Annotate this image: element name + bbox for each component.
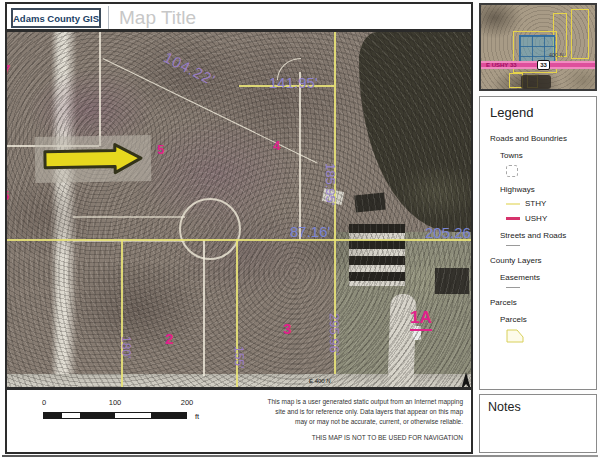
building	[354, 192, 386, 212]
building	[435, 268, 469, 294]
north-south-road	[51, 32, 77, 378]
scale-tick-0: 0	[42, 398, 46, 407]
measurement-label: 104.22'	[161, 48, 218, 88]
overview-locator-map: E USHY 33 33 400 N	[479, 3, 597, 91]
measurement-label: 87.16'	[290, 223, 330, 240]
parcel-number-1a: 1A	[410, 308, 432, 331]
arrow-icon	[39, 140, 148, 178]
scale-tick-100: 100	[109, 398, 122, 407]
parcel-number: 5	[7, 188, 9, 203]
legend-item-highways: Highways	[500, 185, 596, 194]
scale-tick-200: 200	[181, 398, 194, 407]
scale-bar	[43, 412, 187, 419]
disclaimer-warning: THIS MAP IS NOT TO BE USED FOR NAVIGATIO…	[267, 433, 463, 443]
measurement-label: 185.95'	[323, 163, 338, 205]
legend-group-roads: Roads and Boundries	[490, 134, 596, 143]
legend-group-parcels: Parcels	[490, 298, 596, 307]
map-footer: 0 100 200 ft This map is a user generate…	[7, 390, 471, 446]
legend-label-ushy: USHY	[525, 214, 547, 223]
overview-dark-area	[521, 75, 551, 89]
legend-title: Legend	[490, 105, 596, 120]
print-frame: Adams County GIS	[5, 2, 473, 454]
disclaimer-body: This map is a user generated static outp…	[267, 397, 463, 426]
sthy-line-icon	[506, 203, 520, 205]
overview-parcel-outline	[553, 13, 567, 57]
parcel-number: 5	[157, 142, 164, 157]
header-divider	[108, 6, 109, 29]
parcel-number: 4	[273, 138, 280, 153]
measurement-label: 155'	[232, 346, 246, 368]
parcel-line	[203, 240, 205, 376]
disclaimer-text: This map is a user generated static outp…	[267, 397, 463, 443]
notes-title: Notes	[488, 400, 588, 414]
highway-shield-icon: 33	[537, 60, 550, 70]
parcel-number: 7	[7, 62, 10, 77]
building	[349, 224, 405, 286]
section-line	[7, 239, 471, 241]
towns-boundary-icon	[506, 165, 518, 177]
measurement-label: 180'	[119, 336, 133, 358]
streets-line-icon	[506, 245, 520, 246]
easements-line-icon	[506, 287, 520, 288]
legend-item-towns: Towns	[500, 151, 596, 160]
parcel-number: 3	[283, 320, 291, 337]
overview-road-label: 400 N	[549, 52, 564, 58]
highlight-arrow-marker	[35, 135, 152, 183]
map-title-input[interactable]	[119, 6, 339, 30]
measurement-label: 205.26	[425, 224, 471, 241]
map-canvas: 7 5 104.22' 141.95' 5 4 185.95' 87.16' 2…	[7, 32, 471, 390]
section-line	[121, 239, 123, 389]
overview-highway-label: E USHY 33	[486, 62, 517, 68]
county-logo: Adams County GIS	[11, 8, 101, 28]
legend-item-parcels: Parcels	[500, 315, 596, 324]
parcel-line	[99, 32, 101, 146]
scale-unit: ft	[195, 412, 199, 421]
legend-panel: Legend Roads and Boundries Towns Highway…	[479, 96, 597, 390]
road-name-label: E 400 N	[309, 378, 331, 384]
north-arrow-icon	[459, 372, 471, 390]
legend-item-easements: Easements	[500, 273, 596, 282]
gis-print-page: Adams County GIS	[0, 0, 600, 458]
print-header: Adams County GIS	[7, 4, 471, 32]
county-logo-text: Adams County GIS	[13, 13, 99, 24]
cul-de-sac-outline	[179, 198, 241, 260]
measurement-label: 141.95'	[269, 74, 318, 91]
legend-item-streets: Streets and Roads	[500, 231, 596, 240]
parcel-polygon-icon	[506, 329, 524, 343]
parcel-number: 2	[165, 330, 173, 347]
parcel-line	[299, 72, 301, 240]
legend-group-county: County Layers	[490, 256, 596, 265]
legend-label-sthy: STHY	[525, 199, 546, 208]
ushy-line-icon	[506, 217, 520, 220]
page-bottom-edge	[2, 455, 598, 457]
overview-parcel-outline	[571, 9, 589, 59]
notes-panel[interactable]: Notes	[479, 394, 597, 453]
measurement-label: 295.96'	[327, 313, 342, 355]
